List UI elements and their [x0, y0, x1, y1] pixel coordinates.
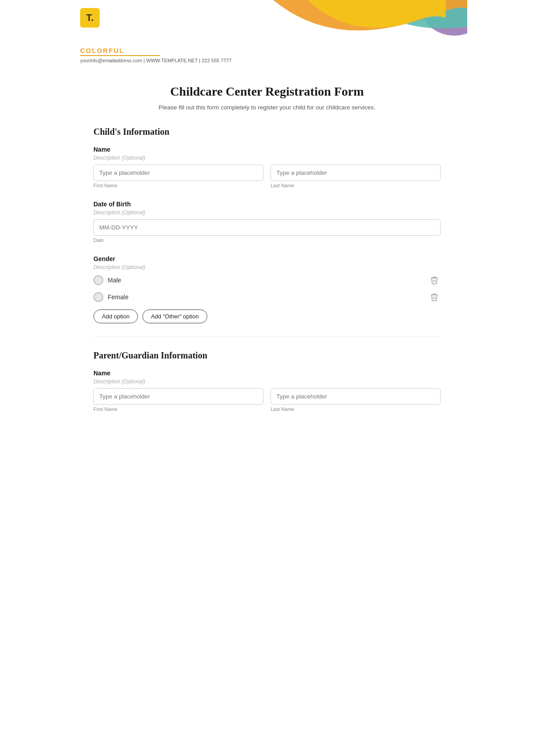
add-other-option-button[interactable]: Add "Other" option: [142, 310, 207, 323]
field-child-dob-desc: Description (Optional): [93, 209, 441, 216]
parent-firstname-input[interactable]: [93, 388, 263, 405]
radio-male-circle[interactable]: [93, 275, 103, 285]
child-lastname-wrap: Last Name: [271, 165, 441, 188]
field-child-dob-label: Date of Birth: [93, 201, 441, 208]
section-child-title: Child's Information: [93, 127, 441, 137]
field-child-name-label: Name: [93, 146, 441, 153]
field-child-dob-row: Date: [93, 219, 441, 243]
header-info: COLORFUL yourinfo@emailaddress.com | WWW…: [80, 47, 232, 63]
delete-female-button[interactable]: [428, 291, 441, 303]
main-content: Childcare Center Registration Form Pleas…: [67, 71, 467, 452]
logo: T.: [80, 8, 100, 28]
radio-female-circle[interactable]: [93, 292, 103, 302]
radio-female-label: Female: [108, 294, 129, 301]
child-dob-input[interactable]: [93, 219, 441, 236]
field-child-name-desc: Description (Optional): [93, 155, 441, 161]
section-divider: [93, 337, 441, 337]
child-firstname-input[interactable]: [93, 165, 263, 181]
child-dob-wrap: Date: [93, 219, 441, 243]
parent-firstname-wrap: First Name: [93, 388, 263, 412]
child-firstname-wrap: First Name: [93, 165, 263, 188]
parent-firstname-label: First Name: [93, 406, 263, 412]
gender-option-female: Female: [93, 291, 441, 303]
child-lastname-input[interactable]: [271, 165, 441, 181]
field-child-gender-desc: Description (Optional): [93, 264, 441, 270]
field-parent-name-row: First Name Last Name: [93, 388, 441, 412]
gender-option-male: Male: [93, 274, 441, 286]
field-child-name: Name Description (Optional) First Name L…: [93, 146, 441, 188]
section-parent: Parent/Guardian Information Name Descrip…: [93, 350, 441, 412]
field-child-gender: Gender Description (Optional) Male: [93, 255, 441, 323]
parent-lastname-input[interactable]: [271, 388, 441, 405]
header: T. COLORFUL yourinfo@emailaddress.com | …: [67, 0, 467, 71]
gender-add-buttons: Add option Add "Other" option: [93, 310, 441, 323]
field-parent-name-label: Name: [93, 370, 441, 377]
form-title: Childcare Center Registration Form: [93, 84, 441, 99]
field-child-gender-label: Gender: [93, 255, 441, 262]
field-parent-name-desc: Description (Optional): [93, 378, 441, 385]
field-child-dob: Date of Birth Description (Optional) Dat…: [93, 201, 441, 243]
parent-lastname-label: Last Name: [271, 406, 441, 412]
header-contact: yourinfo@emailaddress.com | WWW.TEMPLATE…: [80, 58, 232, 63]
section-parent-title: Parent/Guardian Information: [93, 350, 441, 361]
radio-male-label: Male: [108, 277, 121, 284]
child-firstname-label: First Name: [93, 183, 263, 188]
field-child-name-row: First Name Last Name: [93, 165, 441, 188]
delete-male-button[interactable]: [428, 274, 441, 286]
parent-lastname-wrap: Last Name: [271, 388, 441, 412]
form-subtitle: Please fill out this form completely to …: [93, 104, 441, 111]
add-option-button[interactable]: Add option: [93, 310, 138, 323]
child-lastname-label: Last Name: [271, 183, 441, 188]
section-child: Child's Information Name Description (Op…: [93, 127, 441, 323]
field-parent-name: Name Description (Optional) First Name L…: [93, 370, 441, 412]
brand-name: COLORFUL: [80, 47, 160, 56]
child-dob-sublabel: Date: [93, 237, 441, 243]
